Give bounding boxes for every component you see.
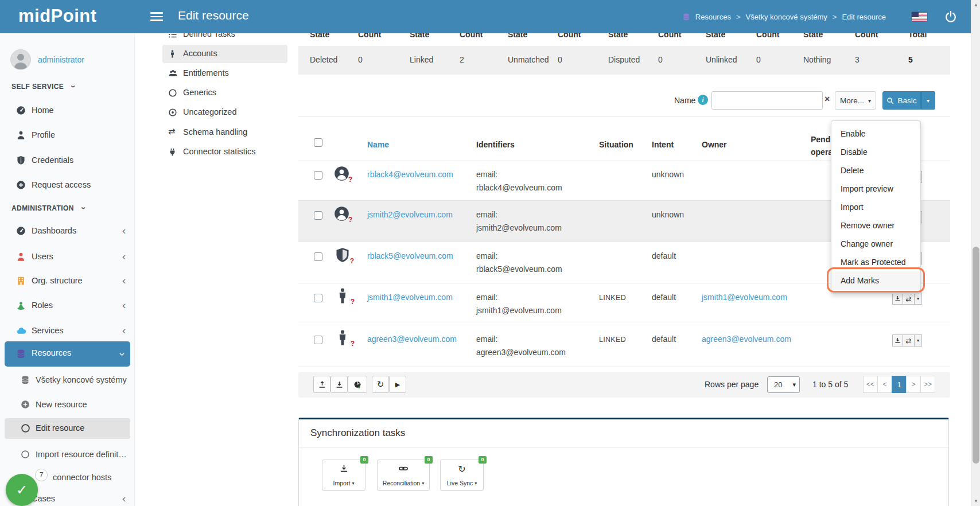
scrollbar[interactable]: ▲ ▼ (971, 0, 980, 506)
download-action-button[interactable] (892, 293, 903, 305)
menu-item-entitlements[interactable]: Entitlements (162, 64, 287, 83)
menu-item-mark-as-protected[interactable]: Mark as Protected (831, 253, 920, 271)
menu-item-enable[interactable]: Enable (831, 124, 920, 143)
menu-item-generics[interactable]: Generics (162, 84, 287, 102)
scroll-down-icon[interactable]: ▼ (971, 499, 980, 504)
pager-page-1-button[interactable]: 1 (892, 376, 907, 393)
sidebar-item-home[interactable]: Home (0, 103, 135, 118)
exchange-action-button[interactable]: ⇄ (903, 334, 915, 347)
rows-per-page-select[interactable]: 20 ▾ (767, 376, 800, 393)
table-row: ? agreen3@evolveum.com email: agreen3@ev… (298, 325, 950, 367)
summary-count: 0 (756, 55, 761, 64)
plug-icon (168, 147, 177, 157)
menu-item-accounts-selected[interactable]: Accounts (162, 45, 287, 63)
pager-last-button[interactable]: >> (920, 376, 935, 393)
breadcrumb-item[interactable]: Resources (695, 13, 731, 21)
sidebar-item-edit-resource-selected[interactable]: Edit resource (5, 418, 130, 439)
account-name-link[interactable]: agreen3@evolveum.com (367, 334, 457, 344)
chevron-left-icon: ‹ (122, 300, 126, 310)
menu-item-schema-handling[interactable]: ⇄ Schema handling (162, 123, 287, 142)
sidebar-item-dashboards[interactable]: Dashboards ‹ (0, 224, 135, 239)
download-button[interactable] (330, 376, 348, 393)
menu-item-change-owner[interactable]: Change owner (831, 235, 920, 253)
menu-item-add-marks[interactable]: Add Marks (831, 271, 920, 290)
more-actions-caret-button[interactable]: ▾ (914, 334, 922, 347)
column-header-name[interactable]: Name (367, 140, 389, 149)
basic-search-button[interactable]: Basic (882, 91, 921, 110)
breadcrumb-item[interactable]: Všetky koncové systémy (745, 13, 827, 21)
row-checkbox[interactable] (314, 211, 322, 220)
create-report-button[interactable] (348, 376, 367, 393)
caret-down-icon: ▾ (868, 98, 871, 104)
task-count-badge: 0 (425, 456, 433, 464)
owner-link[interactable]: jsmith1@evolveum.com (702, 293, 787, 302)
success-fab-check[interactable]: ✓ (6, 474, 38, 506)
reconciliation-task-button[interactable]: 0 Reconciliation▾ (377, 460, 430, 491)
menu-item-delete[interactable]: Delete (831, 161, 920, 180)
menu-item-disable[interactable]: Disable (831, 143, 920, 161)
row-checkbox[interactable] (314, 171, 322, 180)
pagination-range-text: 1 to 5 of 5 (812, 380, 848, 389)
search-name-input[interactable] (711, 91, 823, 110)
more-actions-caret-button[interactable]: ▾ (914, 293, 922, 305)
menu-item-import[interactable]: Import (831, 198, 920, 216)
menu-item-import-preview[interactable]: Import preview (831, 180, 920, 198)
scrollbar-thumb[interactable] (973, 247, 979, 464)
username-link[interactable]: administrator (38, 55, 84, 64)
account-name-link[interactable]: rblack4@evolveum.com (367, 170, 453, 179)
sidebar-item-users[interactable]: Users ‹ (0, 250, 135, 264)
account-name-link[interactable]: jsmith2@evolveum.com (367, 210, 453, 219)
chevron-down-icon: ‹ (67, 85, 77, 88)
sidebar-item-request-access[interactable]: Request access (0, 178, 135, 193)
clear-search-icon[interactable]: × (825, 94, 830, 104)
intent-value: default (652, 334, 676, 344)
account-name-link[interactable]: rblack5@evolveum.com (367, 251, 453, 260)
intent-value: default (652, 251, 676, 260)
row-checkbox[interactable] (314, 294, 322, 302)
account-name-link[interactable]: jsmith1@evolveum.com (367, 293, 453, 302)
row-checkbox[interactable] (314, 336, 322, 344)
sidebar-item-services[interactable]: Services ‹ (0, 324, 135, 338)
pager-first-button[interactable]: << (863, 376, 878, 393)
account-person-icon: ? (336, 288, 352, 304)
select-all-checkbox[interactable] (314, 138, 322, 147)
sidebar-item-roles[interactable]: Roles ‹ (0, 298, 135, 313)
menu-item-connector-statistics[interactable]: Connector statistics (162, 143, 287, 161)
column-header-identifiers: Identifiers (476, 140, 515, 149)
owner-link[interactable]: agreen3@evolveum.com (702, 334, 791, 344)
locale-flag-us[interactable] (912, 12, 927, 21)
menu-item-uncategorized[interactable]: Uncategorized (162, 103, 287, 122)
menu-toggle-icon[interactable] (150, 12, 163, 22)
sidebar-item-resources-selected[interactable]: Resources ‹ (5, 341, 130, 367)
caret-down-icon: ▾ (927, 98, 930, 104)
sidebar-item-all-resources[interactable]: Všetky koncové systémy (0, 373, 135, 388)
download-action-button[interactable] (892, 334, 903, 347)
sidebar-section-self-service[interactable]: SELF SERVICE ‹ (11, 81, 74, 91)
sidebar-item-org-structure[interactable]: Org. structure ‹ (0, 274, 135, 289)
database-icon (682, 13, 690, 21)
search-mode-caret-button[interactable]: ▾ (921, 91, 935, 110)
pager-prev-button[interactable]: < (877, 376, 892, 393)
scroll-up-icon[interactable]: ▲ (971, 2, 980, 7)
sidebar-item-credentials[interactable]: Credentials (0, 153, 135, 168)
logout-power-icon[interactable] (944, 10, 957, 23)
chevron-left-icon: ‹ (122, 225, 126, 236)
exchange-action-button[interactable]: ⇄ (903, 293, 915, 305)
play-button[interactable]: ▶ (389, 376, 406, 393)
more-filters-button[interactable]: More... ▾ (835, 91, 876, 110)
menu-item-remove-owner[interactable]: Remove owner (831, 216, 920, 235)
refresh-button[interactable]: ↻ (372, 376, 389, 393)
upload-button[interactable] (313, 376, 330, 393)
live-sync-task-button[interactable]: 0 ↻ Live Sync▾ (440, 460, 484, 491)
sidebar-section-administration[interactable]: ADMINISTRATION ‹ (11, 203, 84, 213)
sidebar-item-new-resource[interactable]: New resource (0, 398, 135, 412)
sidebar-item-profile[interactable]: Profile (0, 128, 135, 143)
avatar[interactable] (10, 49, 31, 70)
row-actions: ⇄ ▾ (892, 293, 922, 305)
sidebar-item-import-resource[interactable]: Import resource definit… (0, 447, 135, 462)
row-checkbox[interactable] (314, 252, 322, 261)
pager-next-button[interactable]: > (906, 376, 921, 393)
info-icon[interactable]: i (698, 95, 708, 105)
midpoint-logo[interactable]: midPoint (18, 6, 97, 26)
import-task-button[interactable]: 0 Import▾ (322, 460, 365, 491)
